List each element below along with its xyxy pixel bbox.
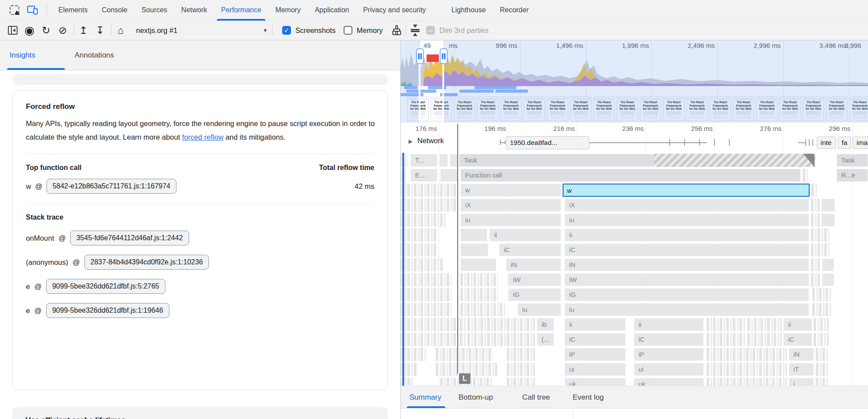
- disclosure-triangle-icon[interactable]: ▶: [409, 138, 412, 144]
- flame-block[interactable]: iC: [564, 243, 809, 256]
- flame-block[interactable]: w: [460, 184, 561, 197]
- flame-block[interactable]: iN: [789, 348, 814, 361]
- flame-block[interactable]: [821, 199, 835, 212]
- source-location-link[interactable]: 5842-e12b863a5c711761.js:1:167974: [47, 179, 176, 194]
- load-event-marker[interactable]: L: [459, 373, 470, 384]
- flame-block[interactable]: Task: [836, 154, 868, 167]
- memory-checkbox[interactable]: Memory: [344, 26, 383, 35]
- flame-block[interactable]: [460, 228, 488, 242]
- tab-console[interactable]: Console: [95, 0, 135, 21]
- toggle-sidebar-button[interactable]: [5, 23, 20, 38]
- tab-bottom-up[interactable]: Bottom-up: [459, 386, 493, 409]
- flame-block[interactable]: [822, 258, 834, 271]
- tab-application[interactable]: Application: [308, 0, 356, 21]
- flame-block[interactable]: [460, 258, 496, 271]
- flame-block[interactable]: ii: [564, 318, 626, 331]
- network-request-chip[interactable]: fa: [838, 137, 851, 149]
- flame-block[interactable]: ui: [634, 363, 704, 376]
- tab-event-log[interactable]: Event log: [573, 386, 604, 409]
- flame-block[interactable]: iP: [564, 348, 626, 361]
- flame-block[interactable]: Function call: [460, 169, 801, 182]
- flame-block[interactable]: iT: [789, 363, 814, 376]
- source-location-link[interactable]: 2837-84b4d4394cd0f92e.js:1:10236: [84, 255, 209, 270]
- tab-memory[interactable]: Memory: [268, 0, 308, 21]
- network-request-chip[interactable]: image: [853, 137, 868, 149]
- tab-annotations[interactable]: Annotations: [75, 40, 114, 70]
- flame-block[interactable]: iu: [460, 213, 561, 227]
- flame-block[interactable]: iC: [783, 333, 812, 346]
- flame-block[interactable]: (...: [537, 333, 554, 346]
- flame-block[interactable]: [450, 154, 458, 167]
- flame-block[interactable]: ib: [537, 318, 554, 331]
- device-toolbar-icon[interactable]: [27, 6, 38, 14]
- flame-block-selected[interactable]: w: [563, 184, 810, 197]
- flame-block[interactable]: [460, 243, 488, 256]
- flame-block[interactable]: iG: [564, 288, 809, 301]
- network-request-chip[interactable]: 1950.dea8fad...: [506, 136, 589, 149]
- source-location-link[interactable]: 9099-5bee326dd621dfbf.js:5:2765: [46, 279, 165, 294]
- flame-block[interactable]: iG: [508, 288, 561, 301]
- selection-handle-left[interactable]: [416, 48, 424, 64]
- flame-block[interactable]: ii: [634, 318, 704, 331]
- flame-block[interactable]: iN: [506, 258, 561, 271]
- flame-block[interactable]: E...: [410, 169, 438, 182]
- flame-block[interactable]: uk: [634, 378, 704, 386]
- tab-sources[interactable]: Sources: [134, 0, 174, 21]
- record-button[interactable]: ◉: [22, 23, 37, 38]
- collect-garbage-icon[interactable]: [391, 25, 402, 36]
- flame-block[interactable]: iP: [634, 348, 704, 361]
- flame-block[interactable]: [440, 169, 458, 182]
- tab-recorder[interactable]: Recorder: [493, 0, 536, 21]
- inspect-element-icon[interactable]: [10, 5, 19, 15]
- upload-profile-button[interactable]: ↥: [76, 23, 91, 38]
- flame-block[interactable]: iu: [517, 303, 561, 316]
- tab-elements[interactable]: Elements: [51, 0, 95, 21]
- tab-lighthouse[interactable]: Lighthouse: [445, 0, 493, 21]
- flame-block[interactable]: uk: [564, 378, 626, 386]
- network-request-chip[interactable]: inte: [817, 137, 836, 149]
- tab-privacy-and-security[interactable]: Privacy and security: [356, 0, 433, 21]
- flame-block[interactable]: i: [789, 378, 814, 386]
- download-profile-button[interactable]: ↧: [93, 23, 108, 38]
- flame-block[interactable]: iW: [564, 273, 809, 286]
- insight-card-partial[interactable]: [12, 74, 388, 85]
- tab-summary[interactable]: Summary: [409, 386, 441, 409]
- clear-button[interactable]: ⊘: [55, 23, 70, 38]
- flame-block[interactable]: [822, 273, 834, 286]
- source-location-link[interactable]: 3545-fd6e7644112d46af.js:1:2442: [70, 231, 189, 246]
- shrink-rows-icon[interactable]: [410, 25, 420, 36]
- flame-block[interactable]: iN: [564, 258, 809, 271]
- flame-block[interactable]: iW: [508, 273, 561, 286]
- flame-block[interactable]: ii: [489, 228, 561, 242]
- flame-block[interactable]: [821, 213, 835, 227]
- flame-block-hatched[interactable]: [654, 154, 815, 167]
- flame-block[interactable]: R...e: [836, 169, 868, 182]
- tab-call-tree[interactable]: Call tree: [522, 386, 550, 409]
- flame-block[interactable]: iu: [564, 213, 809, 227]
- flame-block[interactable]: [439, 154, 448, 167]
- flame-block[interactable]: ii: [783, 318, 812, 331]
- flame-block[interactable]: ui: [564, 363, 626, 376]
- flame-block[interactable]: iC: [634, 333, 704, 346]
- tab-network[interactable]: Network: [174, 0, 214, 21]
- forced-reflow-link[interactable]: forced reflow: [182, 133, 223, 141]
- network-track[interactable]: ▶ Network 1950.dea8fad... inte fa image: [401, 135, 868, 150]
- flame-block[interactable]: iX: [564, 199, 809, 212]
- source-location-link[interactable]: 9099-5bee326dd621dfbf.js:1:19646: [46, 303, 169, 318]
- flame-block[interactable]: iC: [499, 243, 561, 256]
- flame-chart[interactable]: T...TaskTaskE...Function callR...ewwiXiX…: [401, 153, 868, 386]
- reload-and-record-button[interactable]: ↻: [39, 23, 54, 38]
- selection-handle-right[interactable]: [440, 48, 448, 64]
- flame-block[interactable]: iu: [564, 303, 809, 316]
- profile-select[interactable]: nextjs.org #1 ▼: [136, 26, 268, 35]
- tab-insights[interactable]: Insights: [10, 40, 36, 70]
- dim-3rd-parties-checkbox[interactable]: – Dim 3rd parties: [426, 26, 488, 35]
- live-metrics-home-button[interactable]: ⌂: [113, 23, 128, 38]
- flame-block[interactable]: ii: [564, 228, 809, 242]
- cache-lifetimes-card[interactable]: Use efficient cache lifetimes: [12, 407, 388, 419]
- screenshots-checkbox[interactable]: ✓ Screenshots: [282, 26, 336, 35]
- tab-performance[interactable]: Performance: [214, 0, 269, 21]
- flame-block[interactable]: T...: [410, 154, 438, 167]
- flame-block[interactable]: iC: [564, 333, 626, 346]
- flame-block[interactable]: iX: [460, 199, 561, 212]
